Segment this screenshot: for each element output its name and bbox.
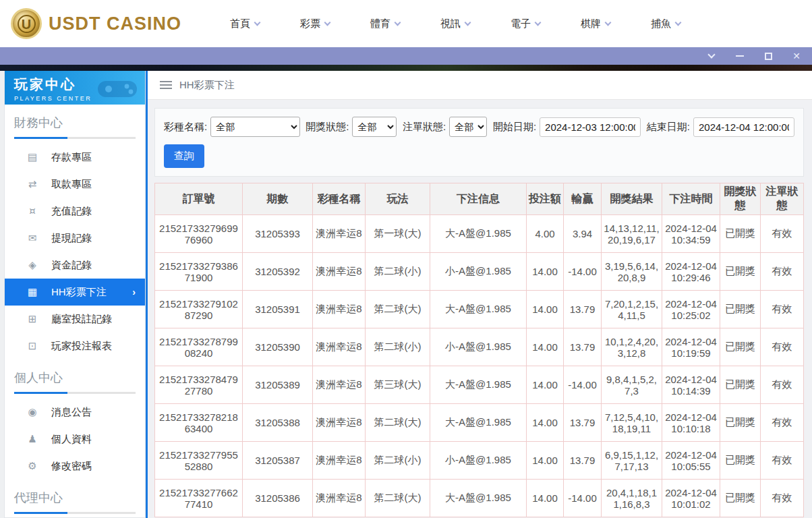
minimize-window-button[interactable] <box>735 51 745 61</box>
close-window-button[interactable]: ✕ <box>792 51 801 61</box>
table-cell: 已開獎 <box>720 253 761 291</box>
nav-item-label: 棋牌 <box>581 18 601 30</box>
table-row: 215217332779555288031205387澳洲幸运8第二球(小)小-… <box>155 442 804 480</box>
table-cell: 31205387 <box>243 442 313 480</box>
hamburger-menu-icon[interactable] <box>160 79 172 91</box>
bets-table: 訂單號期數彩種名稱玩法下注信息投注額輸贏開獎結果下注時間開獎狀態注單狀態 215… <box>154 183 804 517</box>
sidebar-header: 玩家中心 PLAYERS CENTER <box>5 71 145 105</box>
table-cell: 14.00 <box>527 291 564 328</box>
column-header-9: 開獎狀態 <box>720 183 761 215</box>
chevron-down-icon <box>465 19 471 26</box>
sidebar-item-funds-records[interactable]: ◈資金記錄 <box>5 252 145 279</box>
nav-item-label: 體育 <box>370 18 390 30</box>
table-cell: 2024-12-04 10:29:46 <box>662 253 720 291</box>
table-row: 215217332776627741031205386澳洲幸运8第二球(大)大-… <box>155 480 804 517</box>
page-title: HH彩票下注 <box>179 79 235 92</box>
nav-item-fishing[interactable]: 捕魚 <box>631 18 701 30</box>
draw-status-select[interactable]: 全部 <box>352 117 397 137</box>
maximize-window-button[interactable] <box>763 51 773 61</box>
table-cell: 2152173327766277410 <box>155 480 243 517</box>
table-cell: 14,13,12,11,20,19,6,17 <box>602 215 662 253</box>
table-cell: 31205390 <box>243 328 313 366</box>
brand-name: USDT CASINO <box>49 13 181 34</box>
sidebar-section-title: 財務中心 <box>5 105 145 137</box>
sidebar-item-announcements[interactable]: ◉消息公告 <box>5 399 145 426</box>
breadcrumb: HH彩票下注 <box>148 71 812 100</box>
table-cell: 31205391 <box>243 291 313 328</box>
table-cell: 6,9,15,1,12,7,17,13 <box>602 442 662 480</box>
table-cell: 已開獎 <box>720 215 761 253</box>
lottery-name-select[interactable]: 全部 <box>210 117 299 137</box>
table-cell: 第二球(小) <box>366 253 430 291</box>
report-chart-icon: ⊡ <box>26 340 38 352</box>
table-cell: 7,12,5,4,10,18,19,11 <box>602 404 662 442</box>
table-cell: 2024-12-04 10:14:39 <box>662 366 720 404</box>
table-cell: 2024-12-04 10:19:59 <box>662 328 720 366</box>
sidebar-item-profile[interactable]: ♟個人資料 <box>5 426 145 453</box>
table-cell: 2152173327847927780 <box>155 366 243 404</box>
minimize-icon <box>736 55 744 57</box>
person-icon: ♟ <box>26 433 38 445</box>
table-cell: 已開獎 <box>720 328 761 366</box>
chevron-right-icon: › <box>132 287 136 297</box>
sidebar-item-label: 取款專區 <box>51 178 92 191</box>
sidebar-item-withdraw-records[interactable]: ✉提現記錄 <box>5 225 145 252</box>
column-header-8: 下注時間 <box>662 183 720 215</box>
nav-item-label: 捕魚 <box>651 18 671 30</box>
table-cell: 2024-12-04 10:34:59 <box>662 215 720 253</box>
column-header-0: 訂單號 <box>155 183 243 215</box>
table-row: 215217332791028729031205391澳洲幸运8第二球(大)大-… <box>155 291 804 328</box>
nav-item-label: 首頁 <box>230 18 250 30</box>
sidebar: 玩家中心 PLAYERS CENTER 財務中心▤存款專區⇄取款專區¤充值記錄✉… <box>4 71 146 518</box>
sidebar-item-label: 資金記錄 <box>51 259 92 272</box>
column-header-5: 投注額 <box>527 183 564 215</box>
sidebar-section-title: 代理中心 <box>5 480 145 512</box>
chevron-down-icon <box>707 51 715 58</box>
chevron-down-icon <box>675 19 682 26</box>
funds-icon: ◈ <box>26 259 38 271</box>
start-date-input[interactable] <box>540 117 641 137</box>
table-cell: 第一球(大) <box>366 215 430 253</box>
dropdown-window-button[interactable] <box>707 51 716 61</box>
nav-item-sports[interactable]: 體育 <box>350 18 420 30</box>
sidebar-item-withdraw-zone[interactable]: ⇄取款專區 <box>5 171 145 198</box>
withdraw-hand-icon: ⇄ <box>26 178 38 190</box>
brand-logo[interactable]: U USDT CASINO <box>11 8 181 39</box>
sidebar-item-room-bet-records[interactable]: ⊞廳室投註記錄 <box>5 306 145 333</box>
main-content: HH彩票下注 彩種名稱: 全部 開獎狀態: 全部 注單狀態: 全部 開始日期: <box>146 71 812 518</box>
end-date-input[interactable] <box>693 117 794 137</box>
decorative-strip <box>0 65 812 71</box>
table-cell: 第二球(大) <box>366 404 430 442</box>
sidebar-item-label: 消息公告 <box>51 406 92 419</box>
sidebar-item-change-password[interactable]: ⚙修改密碼 <box>5 453 145 480</box>
column-header-6: 輸贏 <box>564 183 602 215</box>
table-cell: 10,1,2,4,20,3,12,8 <box>602 328 662 366</box>
table-cell: 7,20,1,2,15,4,11,5 <box>602 291 662 328</box>
order-status-label: 注單狀態: <box>403 121 446 134</box>
order-status-select[interactable]: 全部 <box>449 117 487 137</box>
table-row: 215217332782186340031205388澳洲幸运8第二球(大)大-… <box>155 404 804 442</box>
nav-item-home[interactable]: 首頁 <box>210 18 280 30</box>
section-underline <box>14 137 136 139</box>
sidebar-item-hh-lottery-bets[interactable]: ▦HH彩票下注› <box>5 279 145 306</box>
table-cell: 大-A盤@1.985 <box>430 215 527 253</box>
nav-item-lottery[interactable]: 彩票 <box>280 18 350 30</box>
nav-item-chess[interactable]: 棋牌 <box>560 18 631 30</box>
search-button[interactable]: 查詢 <box>164 144 204 168</box>
sidebar-item-label: 存款專區 <box>51 151 92 164</box>
sidebar-item-deposit-zone[interactable]: ▤存款專區 <box>5 144 145 171</box>
table-cell: 澳洲幸运8 <box>313 442 366 480</box>
sidebar-item-label: 提現記錄 <box>51 232 92 245</box>
column-header-10: 注單狀態 <box>761 183 804 215</box>
table-cell: 2152173327795552880 <box>155 442 243 480</box>
table-cell: 13.79 <box>564 404 602 442</box>
table-cell: 31205392 <box>243 253 313 291</box>
table-cell: 已開獎 <box>720 366 761 404</box>
sidebar-item-recharge-records[interactable]: ¤充值記錄 <box>5 198 145 225</box>
start-date-label: 開始日期: <box>493 121 536 134</box>
nav-item-electronic[interactable]: 電子 <box>490 18 560 30</box>
table-cell: 14.00 <box>527 328 564 366</box>
table-cell: 大-A盤@1.985 <box>430 480 527 517</box>
nav-item-video[interactable]: 視訊 <box>420 18 490 30</box>
sidebar-item-player-bet-report[interactable]: ⊡玩家投注報表 <box>5 333 145 359</box>
